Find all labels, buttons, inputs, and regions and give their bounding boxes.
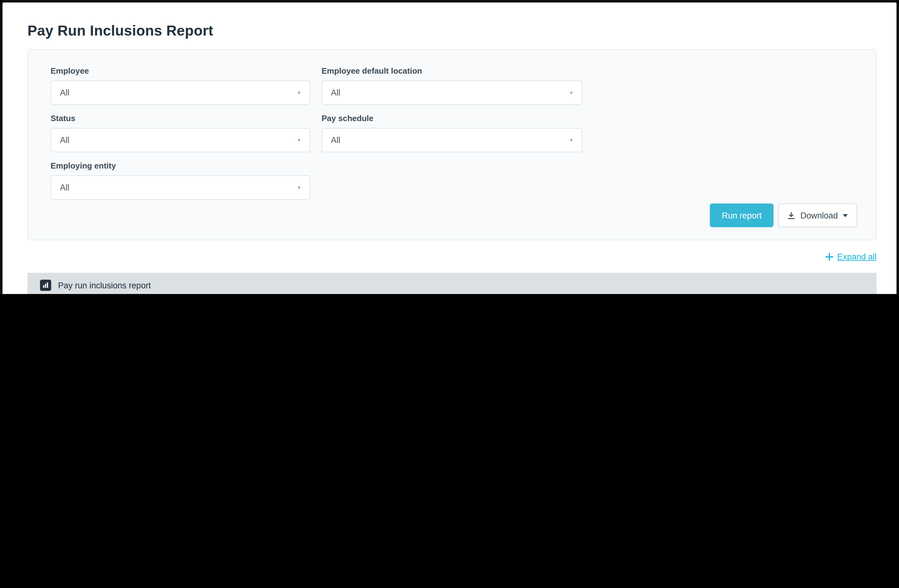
expand-all-label: Expand all bbox=[837, 252, 876, 261]
employing-entity-field: Employing entity All ▼ bbox=[51, 161, 310, 200]
location-select[interactable]: All ▼ bbox=[321, 80, 582, 105]
employee-select-value: All bbox=[60, 88, 69, 97]
run-report-button[interactable]: Run report bbox=[710, 204, 774, 227]
pay-schedule-field: Pay schedule All ▼ bbox=[321, 114, 582, 152]
employee-field: Employee All ▼ bbox=[51, 66, 310, 105]
run-report-label: Run report bbox=[722, 211, 762, 220]
caret-down-icon: ▼ bbox=[569, 90, 574, 96]
status-select[interactable]: All ▼ bbox=[51, 128, 310, 152]
caret-down-icon: ▼ bbox=[297, 90, 301, 96]
employing-entity-select-value: All bbox=[60, 183, 69, 192]
report-header-label: Pay run inclusions report bbox=[58, 281, 151, 290]
status-select-value: All bbox=[60, 136, 69, 145]
caret-down-icon: ▼ bbox=[297, 185, 301, 190]
employee-label: Employee bbox=[51, 66, 310, 76]
location-field: Employee default location All ▼ bbox=[321, 66, 582, 105]
employee-select[interactable]: All ▼ bbox=[51, 80, 310, 105]
status-field: Status All ▼ bbox=[51, 114, 310, 152]
filter-panel: Employee All ▼ Employee default location… bbox=[28, 49, 876, 240]
report-header: Pay run inclusions report bbox=[28, 273, 876, 294]
download-label: Download bbox=[800, 211, 838, 220]
report-section: Pay run inclusions report All (1 employe… bbox=[28, 273, 876, 294]
pay-schedule-label: Pay schedule bbox=[321, 114, 582, 123]
employing-entity-label: Employing entity bbox=[51, 161, 310, 170]
download-icon bbox=[787, 211, 796, 219]
employing-entity-select[interactable]: All ▼ bbox=[51, 175, 310, 200]
caret-down-icon: ▼ bbox=[569, 137, 574, 143]
expand-all-link[interactable]: Expand all bbox=[825, 252, 876, 261]
pay-schedule-select[interactable]: All ▼ bbox=[321, 128, 582, 152]
page-title: Pay Run Inclusions Report bbox=[28, 23, 876, 39]
plus-icon bbox=[825, 253, 833, 261]
pay-schedule-select-value: All bbox=[331, 136, 340, 145]
caret-down-icon bbox=[843, 214, 848, 217]
report-chart-icon bbox=[40, 279, 51, 291]
location-label: Employee default location bbox=[321, 66, 582, 76]
caret-down-icon: ▼ bbox=[297, 137, 301, 143]
download-button[interactable]: Download bbox=[778, 204, 857, 227]
location-select-value: All bbox=[331, 88, 340, 97]
pay-run-inclusions-page: Pay Run Inclusions Report Employee All ▼… bbox=[0, 0, 899, 294]
status-label: Status bbox=[51, 114, 310, 123]
